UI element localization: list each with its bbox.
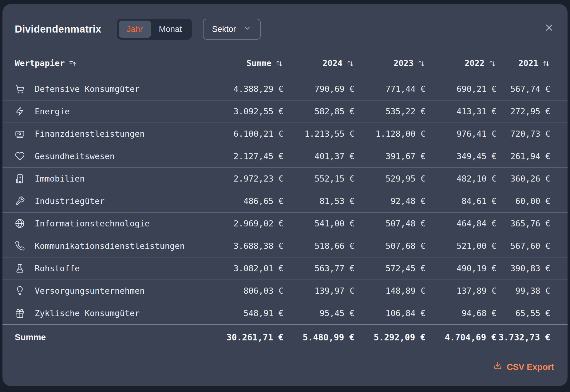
column-header-label: 2023: [394, 58, 414, 68]
column-header-2021[interactable]: 2021: [497, 50, 568, 78]
sektor-dropdown-label: Sektor: [212, 25, 236, 34]
lightbulb-icon: [15, 286, 25, 296]
cell-2022: 94,68 €: [426, 302, 497, 324]
cell-summe: 486,65 €: [212, 190, 283, 212]
close-button[interactable]: [543, 22, 555, 34]
cell-2021: 60,00 €: [497, 190, 568, 212]
total-2024: 5.480,99 €: [283, 324, 354, 350]
table-row: Gesundheitswesen 2.127,45 € 401,37 € 391…: [2, 145, 568, 167]
cell-2022: 521,00 €: [426, 235, 497, 257]
table-row: Zyklische Konsumgüter 548,91 € 95,45 € 1…: [2, 302, 568, 324]
sector-label: Rohstoffe: [35, 264, 80, 273]
page-title: Dividendenmatrix: [15, 23, 117, 35]
sector-label: Gesundheitswesen: [35, 151, 115, 161]
table-row: Finanzdienstleistungen 6.100,21 € 1.213,…: [2, 123, 568, 145]
sektor-dropdown[interactable]: Sektor: [203, 19, 261, 40]
cell-2021: 720,73 €: [497, 123, 568, 145]
table-row: Informationstechnologie 2.969,02 € 541,0…: [2, 212, 568, 235]
cell-summe: 2.969,02 €: [212, 212, 283, 235]
modal-header: Dividendenmatrix Jahr Monat Sektor: [15, 19, 554, 40]
cell-summe: 3.092,55 €: [212, 100, 283, 123]
toggle-monat-button[interactable]: Monat: [151, 21, 190, 38]
sector-label: Energie: [35, 107, 70, 116]
flask-icon: [15, 263, 25, 273]
cell-summe: 2.972,23 €: [212, 167, 283, 190]
total-summe: 30.261,71 €: [212, 324, 283, 350]
toggle-jahr-button[interactable]: Jahr: [119, 21, 151, 38]
cell-2024: 81,53 €: [283, 190, 354, 212]
cell-2022: 976,41 €: [426, 123, 497, 145]
table-row: Rohstoffe 3.082,01 € 563,77 € 572,45 € 4…: [2, 257, 568, 280]
sort-arrows-icon: [488, 59, 497, 69]
cell-2024: 541,00 €: [283, 212, 354, 235]
table-row: Versorgungsunternehmen 806,03 € 139,97 €…: [2, 280, 568, 302]
sort-arrows-icon: [275, 59, 283, 69]
cell-2024: 139,97 €: [283, 280, 354, 302]
sort-arrows-icon: [417, 59, 426, 69]
shopping-cart-icon: [15, 84, 25, 94]
cell-2023: 92,48 €: [354, 190, 426, 212]
cell-2023: 507,68 €: [354, 235, 426, 257]
cell-2023: 529,95 €: [354, 167, 426, 190]
banknote-icon: [15, 129, 25, 139]
sort-lines-asc-icon: [69, 59, 77, 69]
sort-arrows-icon: [542, 59, 550, 69]
table-row: Immobilien 2.972,23 € 552,15 € 529,95 € …: [2, 167, 568, 190]
sector-label: Immobilien: [35, 174, 85, 183]
cell-2021: 360,26 €: [497, 167, 568, 190]
download-icon: [493, 361, 502, 373]
cell-summe: 4.388,29 €: [212, 78, 283, 100]
cell-2022: 349,45 €: [426, 145, 497, 167]
cell-2022: 482,10 €: [426, 167, 497, 190]
cell-summe: 806,03 €: [212, 280, 283, 302]
cell-2022: 84,61 €: [426, 190, 497, 212]
sector-label: Finanzdienstleistungen: [35, 129, 145, 139]
column-header-label: 2022: [465, 58, 485, 68]
zap-icon: [15, 106, 25, 116]
cell-2021: 272,95 €: [497, 100, 568, 123]
cell-2023: 572,45 €: [354, 257, 426, 280]
cell-summe: 548,91 €: [212, 302, 283, 324]
column-header-2023[interactable]: 2023: [354, 50, 426, 78]
cell-summe: 3.082,01 €: [212, 257, 283, 280]
csv-export-button[interactable]: CSV Export: [493, 361, 554, 373]
total-row: Summe 30.261,71 € 5.480,99 € 5.292,09 € …: [2, 324, 568, 350]
cell-2021: 365,76 €: [497, 212, 568, 235]
period-toggle: Jahr Monat: [117, 19, 192, 40]
cell-summe: 6.100,21 €: [212, 123, 283, 145]
cell-2023: 1.128,00 €: [354, 123, 426, 145]
cell-2022: 413,31 €: [426, 100, 497, 123]
column-header-2022[interactable]: 2022: [426, 50, 497, 78]
cell-2024: 563,77 €: [283, 257, 354, 280]
total-2023: 5.292,09 €: [354, 324, 426, 350]
sector-label: Zyklische Konsumgüter: [35, 308, 140, 318]
sector-label: Kommunikationsdienstleistungen: [35, 241, 185, 251]
column-header-wertpapier[interactable]: Wertpapier: [2, 50, 212, 78]
column-header-label: Summe: [247, 58, 271, 68]
cell-2021: 567,60 €: [497, 235, 568, 257]
globe-icon: [15, 218, 25, 229]
table-row: Kommunikationsdienstleistungen 3.688,38 …: [2, 235, 568, 257]
cell-2021: 567,74 €: [497, 78, 568, 100]
cell-2024: 552,15 €: [283, 167, 354, 190]
cell-2024: 1.213,55 €: [283, 123, 354, 145]
total-label: Summe: [2, 324, 212, 350]
tools-icon: [15, 196, 25, 206]
table-header-row: Wertpapier Summe 2024 2023 2022 2021: [2, 50, 568, 78]
column-header-2024[interactable]: 2024: [283, 50, 354, 78]
cell-2021: 65,55 €: [497, 302, 568, 324]
cell-2022: 490,19 €: [426, 257, 497, 280]
heart-icon: [15, 151, 25, 161]
cell-2023: 535,22 €: [354, 100, 426, 123]
total-2022: 4.704,69 €: [426, 324, 497, 350]
cell-2021: 390,83 €: [497, 257, 568, 280]
sort-arrows-icon: [346, 59, 354, 69]
cell-2022: 464,84 €: [426, 212, 497, 235]
cell-2023: 391,67 €: [354, 145, 426, 167]
cell-2023: 771,44 €: [354, 78, 426, 100]
column-header-summe[interactable]: Summe: [212, 50, 283, 78]
csv-export-label: CSV Export: [507, 362, 554, 372]
table-row: Defensive Konsumgüter 4.388,29 € 790,69 …: [2, 78, 568, 100]
cell-2024: 401,37 €: [283, 145, 354, 167]
cell-2023: 106,84 €: [354, 302, 426, 324]
